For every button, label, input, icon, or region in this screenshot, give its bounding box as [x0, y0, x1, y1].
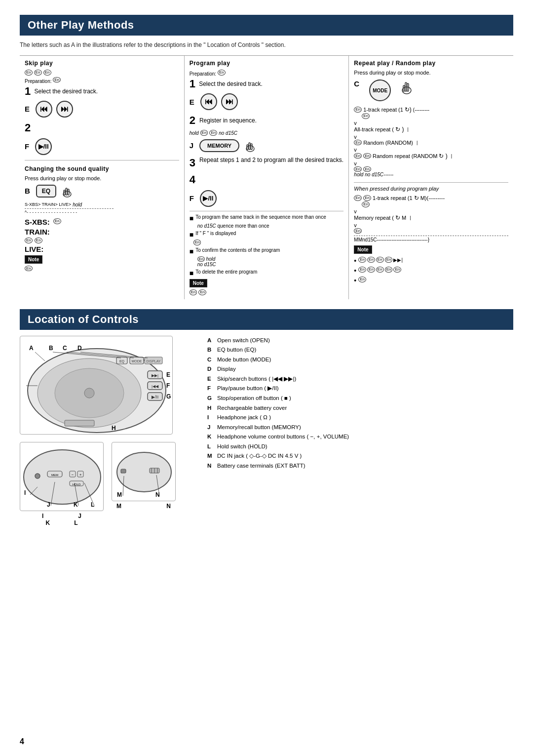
svg-rect-41 — [65, 420, 94, 426]
svg-text:C: C — [63, 345, 67, 352]
repeat-note2: • En En En En En — [354, 267, 508, 275]
skip-play-header: Skip play — [25, 60, 179, 67]
repeat-letter-c: C — [354, 80, 359, 88]
note-badge: Note — [25, 255, 42, 264]
note-prog1: ■ To program the same track in the seque… — [190, 214, 344, 222]
svg-text:HOLD: HOLD — [73, 483, 81, 486]
skip-play-column: Skip play En En En Preparation: En 1 Sel… — [20, 56, 185, 299]
live-label: LIVE: — [25, 245, 43, 253]
repeat-note1: • En En En En ▶▶| — [354, 257, 508, 265]
svg-text:▶/II: ▶/II — [152, 395, 159, 399]
label-k: K — [45, 519, 50, 526]
prog-skip-back[interactable]: ⏮ — [200, 93, 217, 110]
skip-fwd-button[interactable]: ⏭ — [56, 101, 73, 118]
prog-step1-num: 1 — [190, 78, 195, 90]
finger-icon — [60, 184, 74, 198]
svg-rect-5 — [249, 143, 250, 150]
ctrl-i: I Headphone jack ( Ω ) — [207, 413, 513, 423]
en-badge4: En — [53, 77, 61, 83]
ctrl-b: B EQ button (EQ) — [207, 345, 513, 355]
cd-player-side-view: M N — [112, 442, 176, 501]
label-i: I — [42, 513, 43, 519]
skip-back-button[interactable]: ⏮ — [36, 101, 52, 118]
ctrl-l: L Hold switch (HOLD) — [207, 442, 513, 452]
prep-label: Preparation: — [25, 79, 51, 84]
sxbs-label: S-XBS: — [25, 218, 50, 226]
svg-rect-7 — [247, 145, 248, 150]
cd-player-top-view: ▶▶| |◀◀ ▶/II EQ MODE DISPLAY A B — [20, 336, 173, 435]
svg-text:MODE: MODE — [132, 359, 142, 363]
svg-point-43 — [35, 474, 40, 478]
mode-button[interactable]: MODE — [369, 80, 391, 101]
ctrl-k: K Headphone volume control buttons ( −, … — [207, 432, 513, 442]
svg-text:A: A — [29, 345, 34, 352]
prog-letter-j: J — [190, 141, 193, 150]
label-j: J — [78, 513, 81, 519]
letter-e: E — [25, 105, 30, 113]
ctrl-d: D Display — [207, 364, 513, 374]
eq-button[interactable]: EQ — [36, 185, 56, 198]
en-badge: En — [25, 70, 33, 76]
quence-text: quence more than once — [217, 223, 269, 229]
train-label: TRAIN: — [25, 228, 50, 236]
svg-rect-1 — [66, 188, 67, 195]
svg-text:F: F — [166, 382, 170, 389]
finger-icon2 — [243, 139, 257, 153]
ctrl-g: G Stop/operation off button ( ■ ) — [207, 394, 513, 403]
en-badge3: En — [43, 70, 51, 76]
label-n: N — [166, 503, 171, 510]
sound-quality-header: Changing the sound quality — [25, 165, 179, 172]
svg-rect-61 — [121, 469, 126, 473]
repeat1-text: 1-track repeat (1 — [363, 107, 403, 113]
repeat-play-column: Repeat play / Random play Press during p… — [349, 56, 513, 299]
intro-text: The letters such as A in the illustratio… — [20, 41, 513, 48]
prog-skip-fwd[interactable]: ⏭ — [221, 93, 238, 110]
repeat3-text: Random (RANDOM) — [363, 140, 413, 146]
svg-text:I: I — [24, 489, 26, 496]
memory-button[interactable]: MEMORY — [199, 139, 239, 152]
label-l: L — [74, 519, 77, 526]
svg-text:B: B — [49, 345, 53, 352]
svg-point-15 — [84, 388, 94, 398]
location-header: Location of Controls — [20, 309, 513, 330]
repeat6-text: Memory repeat ( — [354, 215, 394, 221]
press-text: Press during play or stop mode. — [354, 70, 508, 76]
svg-text:D: D — [77, 345, 82, 352]
label-m: M — [116, 503, 121, 510]
ctrl-e: E Skip/search buttons ( |◀◀ ▶▶|) — [207, 374, 513, 384]
prog-step2-text: Register in sequence. — [199, 117, 257, 124]
svg-text:J: J — [47, 501, 50, 508]
svg-rect-3 — [64, 190, 65, 195]
nodisc-text: no d15C — [219, 130, 237, 136]
page-number: 4 — [20, 737, 24, 746]
eq-label: EQ — [42, 188, 50, 195]
svg-text:H: H — [112, 425, 116, 432]
prog-play-pause[interactable]: ▶/II — [200, 190, 217, 207]
prog-step2-num: 2 — [190, 114, 195, 127]
svg-rect-2 — [68, 189, 69, 195]
svg-rect-11 — [403, 85, 405, 91]
svg-text:+: + — [79, 473, 82, 477]
ctrl-h: H Rechargeable battery cover — [207, 403, 513, 413]
svg-text:E: E — [166, 371, 170, 378]
repeat-play-header: Repeat play / Random play — [354, 60, 508, 67]
step2-num: 2 — [25, 121, 31, 134]
letter-f: F — [25, 142, 29, 151]
repeat2-text: All-track repeat ( — [354, 126, 394, 132]
eq-modes-line: S-XBS> TRAIN> LIVE> hold — [25, 202, 179, 207]
ctrl-c: C Mode button (MODE) — [207, 355, 513, 365]
prog-step1-text: Select the desired track. — [199, 80, 263, 87]
en-badge2: En — [34, 70, 42, 76]
repeat4-text: Random repeat (RANDOM — [373, 153, 437, 159]
device-diagrams: ▶▶| |◀◀ ▶/II EQ MODE DISPLAY A B — [20, 336, 197, 526]
controls-list: A Open switch (OPEN) B EQ button (EQ) C … — [207, 336, 513, 526]
repeat-note3: • En — [354, 277, 508, 284]
prog-prep-label: Preparation: — [190, 71, 216, 77]
prog-step3-text: Repeat steps 1 and 2 to program all the … — [199, 157, 343, 163]
step1-num: 1 — [25, 85, 31, 97]
ctrl-j: J Memory/recall button (MEMORY) — [207, 423, 513, 433]
note-prog3: ■ To confirm the contents of the program — [190, 247, 344, 255]
ctrl-m: M DC IN jack ( ◇-G-◇ DC IN 4.5 V ) — [207, 451, 513, 461]
cd-player-bottom-view: MEM − + HOLD I J K L — [20, 442, 104, 511]
play-pause-button[interactable]: ▶/II — [35, 138, 52, 155]
